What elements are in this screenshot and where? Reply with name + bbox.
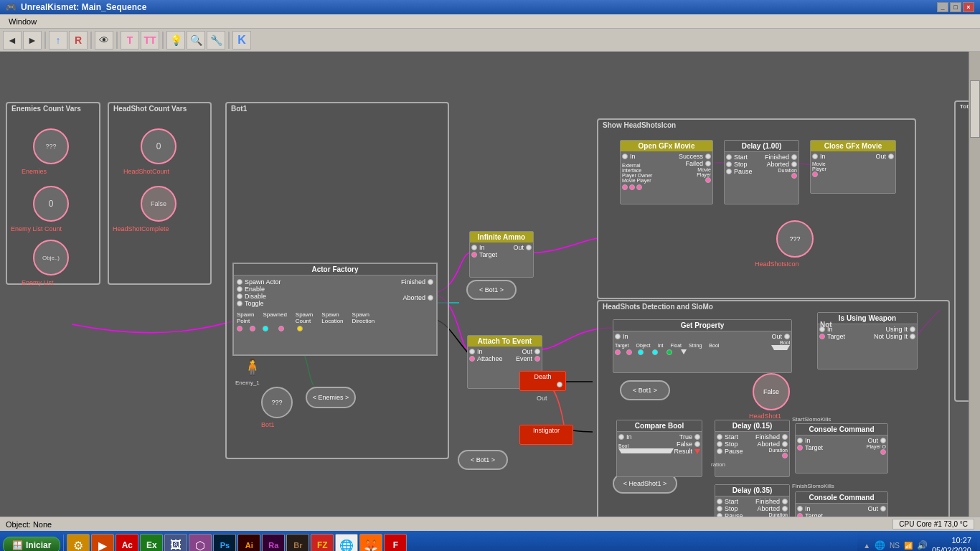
window-menu[interactable]: Window xyxy=(3,16,42,27)
start-button[interactable]: 🪟 Iniciar xyxy=(3,537,60,551)
taskbar-icon-illustrator[interactable]: Ai xyxy=(237,534,260,551)
app-icon: 🎮 xyxy=(6,2,17,12)
minimize-button[interactable]: _ xyxy=(937,2,948,12)
in-port: In xyxy=(622,153,679,160)
iuw-target-dot xyxy=(819,334,825,339)
enemy-list-node[interactable]: Obje..) xyxy=(33,240,69,276)
finished-port: Finished xyxy=(765,154,797,161)
actor-factory-node[interactable]: Actor Factory Spawn Actor Enable Disable xyxy=(232,263,438,356)
infinite-ammo-node[interactable]: Infinite Ammo In Target Out xyxy=(469,231,534,278)
delay-035-node[interactable]: Delay (0.35) Start Stop Pause xyxy=(715,484,790,517)
headshot-complete-value: False xyxy=(151,200,166,207)
in2-dot xyxy=(812,154,818,159)
headshots-detection-group: HeadShots Detection and SloMo Get Proper… xyxy=(597,300,950,517)
tray-up-icon[interactable]: ▲ xyxy=(863,542,870,550)
k-button[interactable]: K xyxy=(232,31,251,50)
maximize-button[interactable]: □ xyxy=(950,2,961,12)
delay-100-node[interactable]: Delay (1.00) Start Stop Pause xyxy=(724,140,799,204)
taskbar-icon-firefox[interactable]: 🦊 xyxy=(359,534,382,551)
taskbar-icon-flash[interactable]: F xyxy=(384,534,407,551)
headshot-count-group: HeadShot Count Vars 0 HeadShotCount Fals… xyxy=(108,102,212,285)
d035-finished-dot xyxy=(782,499,788,504)
console-cmd-finish-header: Console Command xyxy=(796,492,887,504)
scrollbar-thumb[interactable] xyxy=(970,80,980,138)
gp-bool-out-tri xyxy=(771,345,790,350)
light-button[interactable]: 💡 xyxy=(166,31,185,50)
close-gfx-node[interactable]: Close GFx Movie In MoviePlayer Out xyxy=(810,140,896,194)
start-icon: 🪟 xyxy=(12,540,23,550)
cb-false-dot xyxy=(694,441,700,447)
console-cmd-finish-node[interactable]: Console Command In Target Out xyxy=(795,491,888,517)
taskbar-icon-acrobat[interactable]: Ac xyxy=(116,534,138,551)
text1-button[interactable]: T xyxy=(121,31,139,50)
is-using-weapon-node[interactable]: Is Using Weapon In Target Using It xyxy=(817,312,918,369)
taskbar-icon-bridge[interactable]: Br xyxy=(286,534,309,551)
headshotsicon-node[interactable]: ??? xyxy=(776,220,814,258)
gp-float-dot xyxy=(652,349,658,355)
search-button[interactable]: 🔍 xyxy=(187,31,205,50)
gp-string-dot xyxy=(666,349,672,355)
taskbar-icon-excel[interactable]: Ex xyxy=(140,534,163,551)
delay-015-node[interactable]: Delay (0.15) Start Stop Pause xyxy=(715,420,790,477)
titlebar: 🎮 UnrealKismet: Main_Sequence _ □ × xyxy=(0,0,980,14)
taskbar-icon-settings[interactable]: ⚙ xyxy=(67,534,90,551)
taskbar-icon-photos[interactable]: 🖼 xyxy=(164,534,187,551)
bot1-ref-node1[interactable]: < Bot1 > xyxy=(466,280,517,300)
headshot-complete-node[interactable]: False xyxy=(141,186,176,222)
bot1-ques-node[interactable]: ??? xyxy=(261,387,293,418)
reset-button[interactable]: R xyxy=(69,31,88,50)
enemy-list-count-node[interactable]: 0 xyxy=(33,186,69,222)
back-button[interactable]: ◄ xyxy=(3,31,22,50)
enemy-spawn-figure: 🧍 xyxy=(242,358,262,377)
enemies-var-value: ??? xyxy=(45,143,56,150)
tool-button[interactable]: 🔧 xyxy=(207,31,225,50)
bot1-group: Bot1 Actor Factory Spawn Actor Enable xyxy=(225,102,449,459)
finished2-dot xyxy=(791,154,797,160)
instigator-node[interactable]: Instigator xyxy=(519,425,573,445)
compare-bool-node[interactable]: Compare Bool In Bool True Fa xyxy=(616,420,702,477)
pause-dot xyxy=(726,169,732,174)
ate-attachee-dot xyxy=(469,356,475,362)
headshot-count-node[interactable]: 0 xyxy=(141,128,176,164)
console-cmd-start-node[interactable]: Console Command In Target Out xyxy=(795,423,888,474)
ate-out-dot xyxy=(534,349,540,354)
close-button[interactable]: × xyxy=(963,2,974,12)
up-button[interactable]: ↑ xyxy=(49,31,67,50)
start-slomo-kills-label: StartSlomoKills xyxy=(792,416,831,423)
console-cmd-start-header: Console Command xyxy=(796,424,887,435)
open-gfx-node[interactable]: Open GFx Movie In ExternalInterface Play… xyxy=(620,140,713,204)
tray-volume-icon[interactable]: 🔊 xyxy=(917,540,928,550)
taskbar-icon-radium[interactable]: Ra xyxy=(262,534,285,551)
iuw-not-using-port: Not Using It xyxy=(874,333,915,340)
taskbar-icon-hex[interactable]: ⬡ xyxy=(189,534,212,551)
vertical-scrollbar[interactable] xyxy=(969,52,980,517)
sep4 xyxy=(162,32,164,49)
death-node[interactable]: Death xyxy=(519,371,566,391)
d035-pause-dot xyxy=(717,513,722,517)
taskbar-icon-filezilla[interactable]: FZ xyxy=(311,534,334,551)
toolbar: ◄ ► ↑ R 👁 T TT 💡 🔍 🔧 K xyxy=(0,29,980,52)
ate-event-port: Event xyxy=(516,355,540,362)
spawned-dot xyxy=(250,326,255,331)
eye-button[interactable]: 👁 xyxy=(95,31,113,50)
taskbar-icon-chrome[interactable]: 🌐 xyxy=(335,534,358,551)
enemies-ref-node[interactable]: < Enemies > xyxy=(306,387,356,408)
false-detect-node[interactable]: False xyxy=(753,373,790,410)
taskbar-icon-photoshop[interactable]: Ps xyxy=(213,534,236,551)
aborted-dot xyxy=(428,295,433,301)
text2-button[interactable]: TT xyxy=(141,31,159,50)
compare-bool-header: Compare Bool xyxy=(617,420,702,432)
enemy-spawn-label: Enemy_1 xyxy=(235,380,260,386)
forward-button[interactable]: ► xyxy=(23,31,42,50)
taskbar-icon-media[interactable]: ▶ xyxy=(91,534,114,551)
canvas-area[interactable]: Enemies Count Vars ??? Enemies 0 Enemy L… xyxy=(0,52,980,517)
ate-out-port: Out xyxy=(516,348,540,355)
get-property-node[interactable]: Get Property In TargetObjectIntFloatStri… xyxy=(613,319,792,373)
success-dot xyxy=(705,154,711,159)
bot1-ref-detect[interactable]: < Bot1 > xyxy=(620,380,670,400)
ate-event-dot xyxy=(534,356,540,362)
ia-out-dot xyxy=(526,245,532,250)
enemies-var-node[interactable]: ??? xyxy=(33,128,69,164)
delay-035-header: Delay (0.35) xyxy=(715,485,789,496)
bot1-ref-node2[interactable]: < Bot1 > xyxy=(458,450,508,470)
